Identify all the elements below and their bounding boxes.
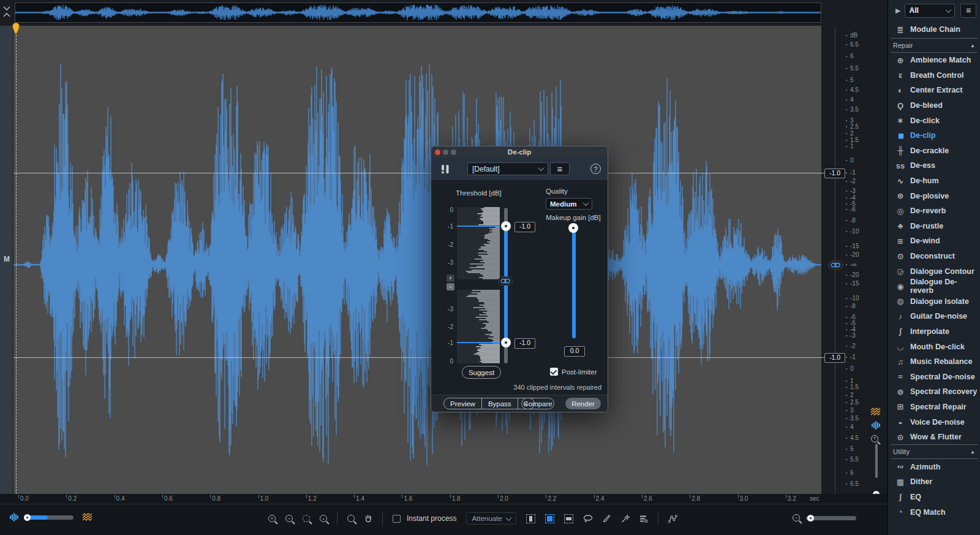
threshold-link-button[interactable]	[498, 276, 513, 286]
brush-selection-tool[interactable]	[603, 514, 611, 523]
zoom-to-selection-button[interactable]	[303, 515, 310, 522]
sidebar-item-dither[interactable]: ▦Dither	[888, 474, 980, 490]
spectrogram-balance-icon[interactable]	[82, 513, 93, 522]
threshold-lower-value[interactable]: -1.0	[824, 353, 845, 363]
sidebar-item-spectral-de-noise[interactable]: ≈Spectral De-noise	[888, 369, 980, 384]
collapse-section-icon[interactable]: ▲	[970, 449, 975, 455]
threshold-lower-value-box[interactable]: -1.0	[514, 338, 535, 349]
zoom-out-button[interactable]: −	[285, 515, 293, 522]
waveform-view-icon[interactable]	[872, 421, 880, 430]
lasso-selection-tool[interactable]	[583, 515, 593, 523]
sidebar-item-de-crackle[interactable]: ╫De-crackle	[888, 143, 980, 159]
dialog-titlebar[interactable]: De-clip	[431, 146, 608, 157]
balance-slider-handle[interactable]	[24, 514, 31, 521]
edit-mode-dropdown[interactable]: Attenuate	[466, 512, 516, 525]
zoom-in-button[interactable]: +	[268, 515, 276, 522]
sidebar-item-dialogue-contour[interactable]: ◶Dialogue Contour	[888, 264, 980, 279]
playhead-pin-icon[interactable]	[11, 21, 21, 36]
sidebar-item-music-rebalance[interactable]: ♫Music Rebalance	[888, 354, 980, 370]
sidebar-item-wow-flutter[interactable]: ⊙Wow & Flutter	[888, 430, 980, 445]
threshold-lower-handle[interactable]	[501, 338, 511, 347]
sidebar-item-mouth-de-click[interactable]: ◡Mouth De-click	[888, 339, 980, 354]
adaptive-selection-tool[interactable]	[639, 515, 648, 523]
sidebar-item-module-chain[interactable]: ≣ Module Chain	[888, 21, 980, 38]
makeup-gain-value-box[interactable]: 0.0	[564, 346, 585, 357]
histogram-zoom-in-button[interactable]: +	[447, 275, 454, 282]
threshold-line-lower[interactable]	[13, 357, 835, 358]
preset-dropdown[interactable]: [Default]	[467, 162, 548, 175]
wave-spectrogram-balance-slider[interactable]	[24, 515, 74, 520]
sidebar-item-voice-de-noise[interactable]: ◒Voice De-noise	[888, 414, 980, 430]
sidebar-item-eq[interactable]: ʃEQ	[888, 490, 980, 505]
process-play-icon[interactable]: ▶	[895, 7, 900, 15]
db-tick-label: -10	[850, 228, 859, 235]
time-ruler[interactable]: 0.00.20.40.60.81.01.21.41.61.82.02.22.42…	[0, 494, 887, 504]
time-selection-tool[interactable]	[526, 514, 535, 523]
voice-de-noise-icon: ◒	[894, 417, 907, 427]
horizontal-zoom-out-button[interactable]: −	[793, 514, 800, 522]
preview-button[interactable]: Preview	[444, 398, 481, 409]
waveform-overview[interactable]	[15, 2, 821, 23]
sidebar-item-de-wind[interactable]: ≋De-wind	[888, 233, 980, 249]
sidebar-item-de-rustle[interactable]: ♣De-rustle	[888, 219, 980, 234]
section-header-repair[interactable]: Repair▲	[891, 38, 978, 53]
sidebar-item-de-clip[interactable]: ▮▮De-clip	[888, 128, 980, 143]
module-list-menu-button[interactable]: ≡	[960, 4, 976, 18]
threshold-link-toggle[interactable]	[828, 260, 843, 270]
post-limiter-checkbox[interactable]	[550, 368, 558, 376]
collapse-panel-icon[interactable]	[2, 6, 11, 17]
vertical-zoom-slider[interactable]	[875, 444, 878, 478]
bypass-button[interactable]: Bypass	[481, 398, 518, 409]
sidebar-item-dialogue-isolate[interactable]: ◍Dialogue Isolate	[888, 294, 980, 309]
hand-pan-tool[interactable]	[364, 514, 372, 523]
makeup-gain-slider[interactable]	[572, 231, 576, 338]
magic-wand-selection-tool[interactable]	[621, 515, 630, 523]
horizontal-zoom-slider-handle[interactable]	[807, 515, 814, 522]
sidebar-item-spectral-repair[interactable]: ⊞Spectral Repair	[888, 400, 980, 415]
sidebar-item-azimuth[interactable]: ∾Azimuth	[888, 459, 980, 474]
threshold-upper-value[interactable]: -1.0	[824, 169, 845, 178]
sidebar-item-label: Dialogue Contour	[910, 267, 974, 276]
vertical-zoom-in-button[interactable]: +	[871, 435, 878, 442]
sidebar-item-ambience-match[interactable]: ⊕Ambience Match	[888, 53, 980, 68]
sidebar-item-eq-match[interactable]: ◔EQ Match	[888, 504, 980, 520]
sidebar-item-center-extract[interactable]: ◐Center Extract	[888, 83, 980, 98]
sidebar-item-guitar-de-noise[interactable]: ♪Guitar De-noise	[888, 309, 980, 324]
collapse-section-icon[interactable]: ▲	[970, 43, 975, 48]
threshold-upper-handle[interactable]	[501, 221, 511, 231]
sidebar-item-de-plosive[interactable]: ⊛De-plosive	[888, 188, 980, 203]
section-header-utility[interactable]: Utility▲	[891, 444, 978, 459]
sidebar-item-de-ess[interactable]: ssDe-ess	[888, 158, 980, 173]
render-button[interactable]: Render	[565, 398, 601, 409]
threshold-line-upper[interactable]	[13, 173, 835, 173]
sidebar-item-breath-control[interactable]: εBreath Control	[888, 68, 980, 83]
suggest-button[interactable]: Suggest	[462, 366, 501, 379]
time-frequency-selection-tool[interactable]	[545, 514, 554, 523]
compare-button[interactable]: Compare	[521, 398, 554, 409]
frequency-selection-tool[interactable]	[564, 514, 573, 523]
quality-dropdown[interactable]: Medium	[546, 198, 592, 210]
sidebar-item-interpolate[interactable]: ∫Interpolate	[888, 324, 980, 340]
envelope-nodes-tool[interactable]	[668, 515, 677, 523]
preset-menu-button[interactable]: ≡	[550, 162, 570, 175]
sidebar-item-label: Breath Control	[910, 71, 964, 80]
threshold-upper-value-box[interactable]: -1.0	[514, 222, 535, 232]
sidebar-item-de-reverb[interactable]: ◎De-reverb	[888, 203, 980, 219]
waveform-balance-icon[interactable]	[10, 513, 18, 522]
zoom-tool-button[interactable]	[347, 515, 355, 522]
histogram-zoom-out-button[interactable]: −	[447, 283, 454, 290]
help-button[interactable]: ?	[590, 164, 601, 174]
makeup-gain-handle[interactable]	[568, 223, 578, 233]
sidebar-item-de-hum[interactable]: ∿De-hum	[888, 173, 980, 189]
sidebar-item-spectral-recovery[interactable]: ⊚Spectral Recovery	[888, 384, 980, 400]
waveform-display[interactable]	[13, 26, 821, 494]
sidebar-item-de-bleed[interactable]: ϘDe-bleed	[888, 98, 980, 113]
horizontal-zoom-slider[interactable]	[806, 516, 856, 520]
instant-process-checkbox[interactable]	[393, 515, 401, 523]
zoom-reset-button[interactable]: ▪	[320, 515, 327, 522]
sidebar-item-de-click[interactable]: ∗De-click	[888, 113, 980, 128]
module-filter-dropdown[interactable]: All	[905, 4, 955, 18]
sidebar-item-deconstruct[interactable]: ⚙Deconstruct	[888, 249, 980, 264]
spectrogram-view-icon[interactable]	[870, 408, 881, 416]
sidebar-item-dialogue-de-reverb[interactable]: ◉Dialogue De-reverb	[888, 279, 980, 294]
